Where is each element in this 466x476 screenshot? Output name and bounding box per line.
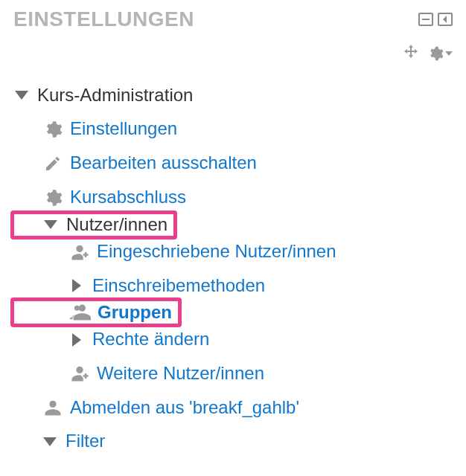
chevron-down-icon[interactable] [42, 434, 58, 450]
nav-item-completion[interactable]: Kursabschluss [13, 181, 453, 215]
chevron-right-icon[interactable] [68, 277, 85, 294]
person-add-icon [68, 362, 91, 385]
pencil-icon [42, 152, 64, 175]
chevron-down-icon[interactable] [13, 87, 30, 103]
nav-label: Rechte ändern [92, 329, 209, 350]
nav-label: Bearbeiten ausschalten [70, 152, 257, 174]
group-icon [69, 301, 92, 324]
nav-label: Einstellungen [70, 118, 177, 140]
root-label: Kurs-Administration [37, 85, 193, 106]
panel-controls [418, 13, 453, 26]
nav-label: Weitere Nutzer/innen [97, 363, 264, 385]
person-icon [42, 396, 64, 419]
nav-label: Filter [66, 431, 105, 452]
nav-label: Eingeschriebene Nutzer/innen [97, 241, 336, 263]
tree-root-course-admin[interactable]: Kurs-Administration [13, 79, 453, 112]
gear-icon [42, 187, 64, 209]
nav-item-permissions[interactable]: Rechte ändern [13, 323, 453, 356]
chevron-right-icon[interactable] [68, 332, 85, 348]
nav-label: Einschreibemethoden [92, 275, 265, 297]
nav-item-other-users[interactable]: Weitere Nutzer/innen [13, 356, 453, 390]
nav-label: Kursabschluss [70, 187, 186, 208]
gear-icon [42, 118, 64, 141]
nav-tree: Kurs-Administration Einstellungen Bearbe… [13, 79, 453, 458]
nav-item-unenrol[interactable]: Abmelden aus 'breakf_gahlb' [13, 390, 453, 425]
minimize-icon[interactable] [418, 13, 433, 26]
nav-item-settings[interactable]: Einstellungen [13, 112, 453, 147]
nav-item-edit-off[interactable]: Bearbeiten ausschalten [13, 147, 453, 181]
chevron-down-icon[interactable] [42, 216, 59, 233]
gear-dropdown-icon[interactable] [427, 45, 453, 62]
toolbar [13, 43, 453, 64]
nav-label: Gruppen [98, 302, 172, 324]
panel-header: EINSTELLUNGEN [13, 7, 453, 31]
nav-label: Nutzer/innen [66, 214, 167, 236]
nav-item-enrolled[interactable]: Eingeschriebene Nutzer/innen [13, 235, 453, 269]
person-add-icon [68, 241, 91, 263]
collapse-icon[interactable] [438, 13, 453, 26]
nav-label: Abmelden aus 'breakf_gahlb' [70, 397, 299, 419]
move-icon[interactable] [402, 43, 420, 64]
panel-title: EINSTELLUNGEN [13, 7, 194, 31]
nav-item-filter[interactable]: Filter [13, 425, 453, 458]
